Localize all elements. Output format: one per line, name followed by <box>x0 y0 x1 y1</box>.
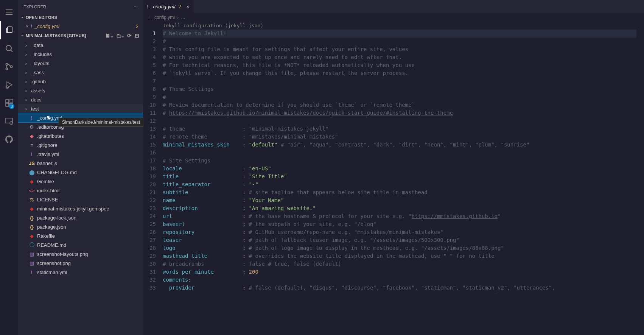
hover-tooltip: SimonDarksideJ/minimal-mistakes/test <box>59 118 143 127</box>
search-icon[interactable] <box>0 39 18 58</box>
explorer-icon[interactable] <box>0 21 18 39</box>
menu-icon[interactable] <box>0 3 18 21</box>
code-comment: " <box>498 213 501 219</box>
line-number: 31 <box>143 268 156 276</box>
line-number: 12 <box>143 117 156 125</box>
folder-assets[interactable]: ›assets <box>18 86 143 95</box>
folder-label: assets <box>31 88 45 93</box>
file-.gitignore[interactable]: ≡.gitignore <box>18 140 143 150</box>
folder-docs[interactable]: ›docs <box>18 95 143 104</box>
open-editors-header[interactable]: › OPEN EDITORS <box>18 13 143 22</box>
line-number: 5 <box>143 61 156 69</box>
svg-rect-14 <box>10 99 13 102</box>
svg-line-5 <box>11 50 12 52</box>
file-icon: ◆ <box>29 233 35 239</box>
file-screenshot.png[interactable]: ▧screenshot.png <box>18 259 143 268</box>
yaml-number: 200 <box>249 269 258 275</box>
file-icon: ! <box>29 151 35 157</box>
file-icon: ! <box>29 270 35 275</box>
code-editor[interactable]: 1234567891011121314151617181920212223242… <box>143 22 644 335</box>
code-comment: # "air", "aqua", "contrast", "dark", "di… <box>277 142 529 148</box>
sidebar-header: EXPLORER ⋯ <box>18 0 143 13</box>
file-label: staticman.yml <box>37 270 67 275</box>
chevron-right-icon: › <box>23 61 29 66</box>
line-number: 14 <box>143 133 156 141</box>
folder-label: _data <box>31 42 44 48</box>
file-package.json[interactable]: {}package.json <box>18 222 143 231</box>
run-debug-icon[interactable] <box>0 76 18 94</box>
yaml-string: "Site Title" <box>249 173 287 179</box>
file-banner.js[interactable]: JSbanner.js <box>18 159 143 168</box>
folder-label: _layouts <box>31 61 49 66</box>
code-line: # Welcome to Jekyll! <box>163 30 227 36</box>
project-header[interactable]: › MINIMAL-MISTAKES [GITHUB] 🗎₊ 🗀₊ ⟳ ⊟ <box>18 31 143 41</box>
new-folder-icon[interactable]: 🗀₊ <box>116 33 124 39</box>
code-line: # <box>163 94 166 100</box>
breadcrumbs[interactable]: ! _config.yml › … <box>143 13 644 22</box>
inlay-hint: Jekyll configuration (jekyll.json) <box>163 22 636 30</box>
code-link[interactable]: https://mmistakes.github.io <box>411 213 498 219</box>
file-icon: {} <box>29 224 35 230</box>
code-content[interactable]: Jekyll configuration (jekyll.json) # Wel… <box>163 22 644 335</box>
code-comment: # GitHub username/repo-name e.g. "mmista… <box>249 229 443 235</box>
file-LICENSE[interactable]: ⚖LICENSE <box>18 195 143 204</box>
more-icon[interactable]: ⋯ <box>134 4 138 9</box>
line-number: 7 <box>143 77 156 85</box>
file-icon: ≡ <box>29 142 35 148</box>
file-package-lock.json[interactable]: {}package-lock.json <box>18 213 143 222</box>
file-.travis.yml[interactable]: !.travis.yml <box>18 150 143 159</box>
folder-test[interactable]: ›test <box>18 104 143 113</box>
github-icon[interactable] <box>0 130 18 148</box>
file-label: Gemfile <box>37 179 54 184</box>
explorer-title: EXPLORER <box>23 5 46 9</box>
line-number: 15 <box>143 141 156 149</box>
file-label: minimal-mistakes-jekyll.gemspec <box>37 206 109 212</box>
yaml-key: minimal_mistakes_skin <box>163 142 230 148</box>
new-file-icon[interactable]: 🗎₊ <box>105 33 113 39</box>
source-control-icon[interactable] <box>0 58 18 76</box>
file-screenshot-layouts.png[interactable]: ▧screenshot-layouts.png <box>18 249 143 259</box>
folder-_includes[interactable]: ›_includes <box>18 50 143 59</box>
line-number: 20 <box>143 181 156 189</box>
line-number: 10 <box>143 101 156 109</box>
extensions-icon[interactable]: 3 <box>0 94 18 112</box>
file-label: screenshot.png <box>37 260 71 266</box>
remote-icon[interactable] <box>0 112 18 130</box>
folder-label: _includes <box>31 51 52 57</box>
folder-_data[interactable]: ›_data <box>18 41 143 50</box>
yaml-key: words_per_minute <box>163 269 214 275</box>
editor-tab[interactable]: ! _config.yml 2 × <box>143 0 193 13</box>
code-link[interactable]: https://mmistakes.github.io/minimal-mist… <box>169 110 453 116</box>
file-Rakefile[interactable]: ◆Rakefile <box>18 231 143 240</box>
refresh-icon[interactable]: ⟳ <box>127 33 132 39</box>
open-editors-label: OPEN EDITORS <box>26 15 57 20</box>
close-icon[interactable]: × <box>26 23 29 29</box>
file-CHANGELOG.md[interactable]: ⬤CHANGELOG.md <box>18 168 143 177</box>
yaml-key: subtitle <box>163 189 188 195</box>
line-number: 33 <box>143 284 156 292</box>
folder-_sass[interactable]: ›_sass <box>18 68 143 77</box>
line-number: 8 <box>143 85 156 93</box>
line-number: 3 <box>143 45 156 53</box>
line-number: 17 <box>143 157 156 165</box>
file-.gitattributes[interactable]: ◆.gitattributes <box>18 131 143 140</box>
close-icon[interactable]: × <box>187 4 190 9</box>
file-icon: {} <box>29 215 35 221</box>
open-editor-item[interactable]: × ! _config.yml 2 <box>18 22 143 31</box>
file-icon: ⚙ <box>29 124 35 130</box>
yaml-key: logo <box>163 245 176 251</box>
file-README.md[interactable]: ⓘREADME.md <box>18 240 143 249</box>
folder-_layouts[interactable]: ›_layouts <box>18 59 143 68</box>
file-minimal-mistakes-jekyll.gemspec[interactable]: ◆minimal-mistakes-jekyll.gemspec <box>18 204 143 213</box>
folder-.github[interactable]: ›.github <box>18 77 143 86</box>
line-number: 4 <box>143 53 156 61</box>
file-label: .gitattributes <box>37 133 64 139</box>
file-staticman.yml[interactable]: !staticman.yml <box>18 268 143 277</box>
file-tree: ›_data›_includes›_layouts›_sass›.github›… <box>18 41 143 335</box>
activity-bar: 3 <box>0 0 18 335</box>
file-index.html[interactable]: <>index.html <box>18 186 143 195</box>
code-line: # This config file is meant for settings… <box>163 46 408 52</box>
collapse-icon[interactable]: ⊟ <box>135 33 139 39</box>
file-Gemfile[interactable]: ◆Gemfile <box>18 177 143 186</box>
svg-point-4 <box>6 45 11 51</box>
